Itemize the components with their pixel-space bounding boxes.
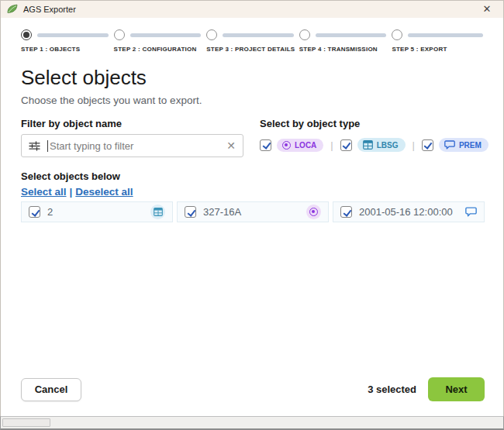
object-cell-loca[interactable]: 327-16A [177, 201, 329, 222]
title-bar: AGS Exporter ✕ [0, 0, 504, 18]
loca-type-checkbox[interactable] [260, 139, 271, 151]
step-4-transmission[interactable]: STEP 4 : TRANSMISSION [299, 29, 392, 53]
step-1-circle[interactable] [21, 29, 32, 40]
divider: | [330, 139, 333, 151]
table-icon [150, 205, 165, 219]
object-checkbox[interactable] [185, 206, 196, 218]
clear-filter-icon[interactable]: ✕ [226, 139, 236, 152]
step-2-circle[interactable] [114, 29, 125, 40]
parent-status-bar [0, 416, 504, 430]
page-subtitle: Choose the objects you want to export. [21, 94, 485, 107]
selection-links: Select all|Deselect all [21, 186, 485, 198]
object-label: 2001-05-16 12:00:00 [359, 206, 458, 218]
step-4-circle[interactable] [299, 29, 310, 40]
prem-type-checkbox[interactable] [422, 139, 433, 151]
filter-label: Filter by object name [21, 118, 243, 129]
step-2-configuration[interactable]: STEP 2 : CONFIGURATION [114, 29, 207, 53]
step-1-label: STEP 1 : OBJECTS [21, 46, 114, 53]
prem-badge: PREM [439, 138, 488, 152]
step-connector [223, 33, 294, 37]
comment-icon [444, 140, 455, 150]
window-title: AGS Exporter [23, 5, 76, 14]
dialog-footer: Cancel 3 selected Next [21, 377, 485, 401]
object-type-row: LOCA | LBSG | [260, 138, 488, 152]
step-1-objects[interactable]: STEP 1 : OBJECTS [21, 29, 114, 53]
object-cell-prem[interactable]: 2001-05-16 12:00:00 [333, 201, 485, 222]
cancel-button[interactable]: Cancel [21, 378, 81, 401]
table-icon [363, 140, 373, 150]
step-5-export[interactable]: STEP 5 : EXPORT [392, 29, 485, 53]
step-3-circle[interactable] [206, 29, 217, 40]
object-checkbox[interactable] [340, 206, 352, 218]
comment-icon [465, 207, 477, 217]
object-type-label: Select by object type [260, 118, 488, 129]
wizard-stepper: STEP 1 : OBJECTS STEP 2 : CONFIGURATION … [21, 29, 485, 53]
filter-input[interactable] [50, 140, 222, 152]
target-icon [282, 141, 291, 150]
target-icon [306, 205, 321, 219]
divider: | [413, 139, 415, 151]
step-4-label: STEP 4 : TRANSMISSION [299, 46, 392, 53]
step-5-label: STEP 5 : EXPORT [392, 46, 485, 53]
select-all-link[interactable]: Select all [21, 186, 67, 198]
object-checkbox[interactable] [29, 206, 40, 218]
lbsg-badge: LBSG [357, 138, 406, 152]
object-cell-lbsg[interactable]: 2 [21, 201, 173, 222]
object-label: 327-16A [203, 206, 299, 218]
status-bar-panel [2, 418, 50, 427]
loca-badge: LOCA [277, 139, 323, 152]
filter-input-container[interactable]: ✕ [21, 134, 243, 157]
step-2-label: STEP 2 : CONFIGURATION [114, 46, 207, 53]
app-leaf-icon [7, 4, 18, 14]
dialog-body: STEP 1 : OBJECTS STEP 2 : CONFIGURATION … [0, 18, 504, 416]
step-connector [130, 33, 202, 37]
lbsg-type-checkbox[interactable] [340, 139, 352, 151]
divider: | [70, 186, 73, 198]
selected-count: 3 selected [368, 384, 416, 395]
text-caret [47, 140, 48, 152]
step-5-circle[interactable] [392, 29, 402, 40]
step-3-project-details[interactable]: STEP 3 : PROJECT DETAILS [206, 29, 299, 53]
deselect-all-link[interactable]: Deselect all [75, 186, 133, 198]
select-objects-label: Select objects below [21, 170, 485, 182]
step-connector [37, 33, 109, 37]
step-3-label: STEP 3 : PROJECT DETAILS [206, 46, 299, 53]
page-title: Select objects [21, 66, 485, 90]
step-connector [408, 33, 483, 37]
filter-sliders-icon [29, 141, 40, 151]
step-connector [316, 33, 387, 37]
next-button[interactable]: Next [428, 377, 485, 401]
ags-exporter-window: AGS Exporter ✕ STEP 1 : OBJECTS STEP 2 :… [0, 0, 504, 430]
object-label: 2 [47, 206, 143, 218]
objects-row: 2 327-16A 2001-05 [21, 201, 485, 222]
close-icon[interactable]: ✕ [477, 0, 497, 18]
